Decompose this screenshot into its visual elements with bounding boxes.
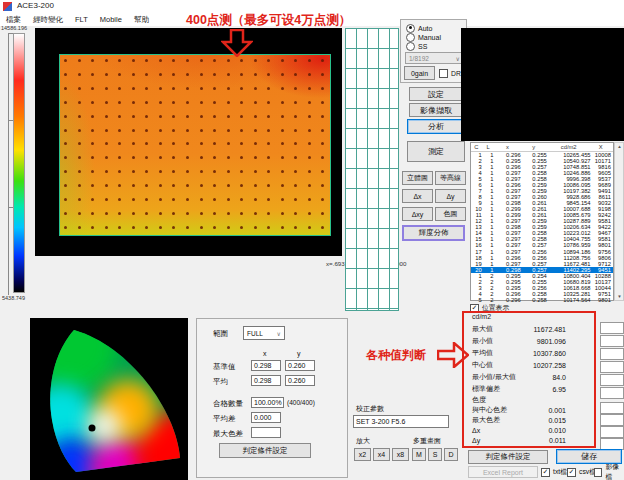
measure-button[interactable]: 測定 [407, 141, 465, 162]
pass-count-value: (400/400) [287, 399, 315, 406]
menu-help[interactable]: 幫助 [128, 15, 155, 25]
shutter-dropdown[interactable]: 1/8192 ∨ [405, 52, 464, 64]
calibration-field[interactable]: SET 3-200 F5.6 [353, 415, 449, 428]
measurement-point [267, 184, 270, 187]
excel-report-button[interactable]: Excel Report [468, 466, 538, 478]
scroll-up-icon[interactable]: ▲ [616, 144, 623, 149]
measurement-point [186, 226, 189, 229]
measurement-point [281, 59, 284, 62]
measurement-point [267, 212, 270, 215]
contour-button[interactable]: 等高線 [435, 171, 466, 185]
measurement-point [227, 115, 230, 118]
measurement-point [172, 101, 175, 104]
measurement-point [321, 59, 324, 62]
range-dropdown[interactable]: FULL ∨ [243, 326, 285, 340]
image-file-checkbox[interactable]: 影像檔 [594, 468, 624, 476]
measurement-point [308, 170, 311, 173]
measurement-point [267, 170, 270, 173]
radio-ss[interactable]: SS [406, 42, 427, 50]
measurement-point [159, 101, 162, 104]
dr-checkbox[interactable]: DR [439, 69, 461, 77]
measurement-point [321, 101, 324, 104]
table-row[interactable]: 520.2960.25810174.5649801 [471, 297, 613, 303]
txt-checkbox-label: txt檔 [553, 467, 567, 477]
menu-mobile[interactable]: Mobile [94, 15, 128, 24]
measurement-point [105, 184, 108, 187]
judgment-result-box [600, 387, 624, 399]
txt-file-checkbox[interactable]: ✓ txt檔 [541, 468, 567, 476]
table-body: 110.2960.25510265.45510008210.2950.25510… [471, 152, 613, 303]
zoom-x8-button[interactable]: x8 [392, 448, 409, 461]
measurement-point [267, 59, 270, 62]
chevron-down-icon: ∨ [277, 330, 281, 337]
average-y-field[interactable]: 0.260 [285, 375, 315, 386]
measurement-point [118, 226, 121, 229]
measurement-table[interactable]: C L x y cd/m2 X 110.2960.25510265.455100… [470, 142, 614, 301]
image-capture-button[interactable]: 影像擷取 [409, 103, 463, 117]
radio-auto-icon[interactable] [406, 24, 415, 33]
radio-manual[interactable]: Manual [406, 33, 441, 41]
measurement-point [78, 101, 81, 104]
measurement-point [321, 170, 324, 173]
app-icon [3, 2, 12, 11]
radio-manual-icon[interactable] [406, 33, 415, 42]
judgment-condition-button[interactable]: 判定條件設定 [468, 450, 548, 464]
analyze-button[interactable]: 分析 [407, 119, 465, 134]
measurement-point [64, 73, 67, 76]
table-cell: 2 [483, 297, 495, 303]
measurement-point [132, 73, 135, 76]
image-checkbox-box[interactable] [594, 468, 602, 477]
zoom-x2-button[interactable]: x2 [354, 448, 371, 461]
multi-s-button[interactable]: S [428, 448, 442, 461]
measurement-point [186, 170, 189, 173]
menu-flt[interactable]: FLT [69, 15, 94, 24]
reference-x-field[interactable]: 0.298 [251, 360, 281, 371]
max-diff-label: 最大色差 [213, 429, 243, 439]
measurement-point [186, 184, 189, 187]
menu-file[interactable]: 檔案 [0, 15, 27, 25]
heatmap-panel[interactable] [35, 28, 342, 256]
measurement-point [308, 115, 311, 118]
delta-x-button[interactable]: Δx [402, 189, 433, 203]
measurement-point [254, 184, 257, 187]
scroll-down-icon[interactable]: ▼ [616, 294, 623, 299]
measurement-point [159, 226, 162, 229]
luminance-distribution-button[interactable]: 輝度分佈 [402, 225, 465, 241]
multi-d-button[interactable]: D [444, 448, 458, 461]
measurement-point [132, 212, 135, 215]
measurement-point [308, 226, 311, 229]
colormap-button[interactable]: 色圖 [435, 207, 466, 221]
measurement-point [240, 59, 243, 62]
radio-auto[interactable]: Auto [406, 24, 432, 32]
measurement-point [145, 198, 148, 201]
reference-y-field[interactable]: 0.260 [285, 360, 315, 371]
csv-file-checkbox[interactable]: ✓ csv檔 [567, 468, 596, 476]
range-judgment-button[interactable]: 判定條件設定 [219, 443, 311, 458]
dr-checkbox-box[interactable] [439, 69, 448, 78]
table-scrollbar[interactable]: ▲ ▼ [614, 142, 624, 301]
menu-temporal[interactable]: 經時變化 [27, 15, 69, 25]
settings-button[interactable]: 設定 [409, 87, 463, 101]
zoom-x4-button[interactable]: x4 [373, 448, 390, 461]
zero-gain-button[interactable]: 0gain [404, 66, 435, 80]
delta-y-button[interactable]: Δy [435, 189, 466, 203]
txt-checkbox-box[interactable]: ✓ [541, 468, 550, 477]
stats-panel: cd/m2 最大值11672.481最小值9801.096平均值10307.86… [472, 313, 566, 446]
judgment-result-box [600, 414, 624, 426]
multi-m-button[interactable]: M [412, 448, 426, 461]
measurement-point [172, 142, 175, 145]
measurement-point [240, 73, 243, 76]
radio-ss-icon[interactable] [406, 42, 415, 51]
stat-value: 0.015 [548, 417, 566, 424]
position-display-checkbox[interactable]: ✓ 位置表示 [470, 304, 509, 312]
delta-xy-button[interactable]: Δxy [402, 207, 433, 221]
position-checkbox-box[interactable]: ✓ [470, 304, 479, 313]
stat-label: 最大色差 [472, 415, 500, 425]
measurement-point [267, 198, 270, 201]
csv-checkbox-box[interactable]: ✓ [567, 468, 576, 477]
measurement-point [213, 170, 216, 173]
solid-view-button[interactable]: 立體圖 [402, 171, 433, 185]
average-x-field[interactable]: 0.298 [251, 375, 281, 386]
measurement-point [200, 129, 203, 132]
measurement-point [172, 212, 175, 215]
